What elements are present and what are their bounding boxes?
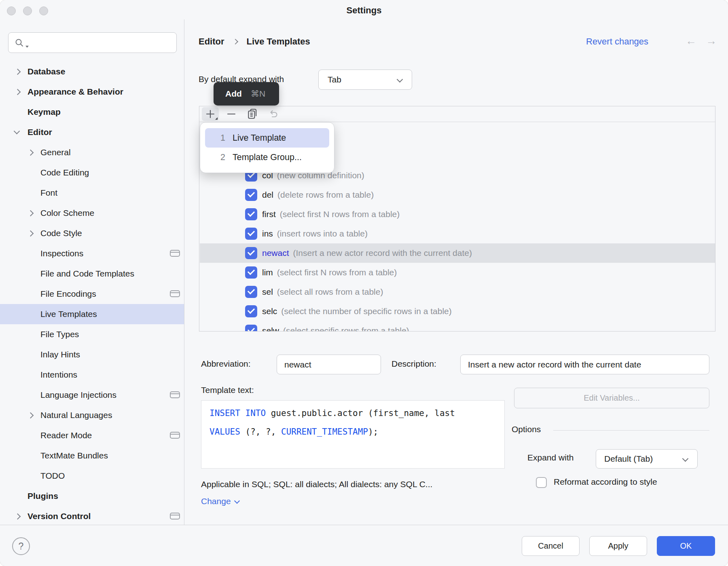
- options-separator: [553, 430, 709, 431]
- undo-icon: [268, 108, 279, 120]
- search-input[interactable]: [32, 34, 171, 51]
- sidebar-item-label: Version Control: [28, 506, 91, 526]
- minus-icon: [226, 109, 236, 119]
- search-options-caret-icon[interactable]: [25, 46, 29, 48]
- chevron-right-icon[interactable]: [28, 150, 34, 156]
- chevron-right-icon[interactable]: [28, 230, 34, 237]
- sidebar-item-font[interactable]: Font: [0, 183, 184, 203]
- template-description: (select specific rows from a table): [283, 326, 409, 332]
- menu-item-live-template[interactable]: 1 Live Template: [205, 128, 329, 148]
- template-name: sel: [262, 287, 273, 296]
- sidebar-item-todo[interactable]: TODO: [0, 466, 184, 486]
- chevron-down-icon[interactable]: [14, 128, 20, 135]
- checkbox-checked-icon[interactable]: [245, 286, 257, 298]
- per-project-settings-icon: [170, 250, 180, 257]
- expand-with-dropdown[interactable]: Default (Tab): [596, 449, 698, 469]
- forward-arrow-icon[interactable]: →: [706, 35, 717, 47]
- sidebar-item-database[interactable]: Database: [0, 61, 184, 82]
- chevron-down-icon: [234, 498, 239, 504]
- template-row-lim[interactable]: lim(select first N rows from a table): [200, 263, 715, 282]
- checkbox-checked-icon[interactable]: [245, 305, 257, 317]
- applicable-contexts-text: Applicable in SQL; SQL: all dialects; Al…: [201, 479, 432, 489]
- settings-search-field[interactable]: [8, 32, 177, 53]
- template-name: del: [262, 190, 273, 199]
- template-name: ins: [262, 229, 273, 238]
- chevron-right-icon[interactable]: [28, 210, 34, 217]
- code-line-2: VALUES (?, ?, CURRENT_TIMESTAMP);: [210, 422, 504, 441]
- ok-button[interactable]: OK: [657, 536, 715, 556]
- sidebar-item-code-editing[interactable]: Code Editing: [0, 163, 184, 183]
- checkbox-checked-icon[interactable]: [245, 325, 257, 332]
- restore-defaults-button[interactable]: [265, 107, 282, 121]
- sidebar-item-inlay-hints[interactable]: Inlay Hints: [0, 344, 184, 365]
- checkbox-checked-icon[interactable]: [245, 208, 257, 220]
- sidebar-item-file-types[interactable]: File Types: [0, 324, 184, 344]
- sidebar-item-version-control[interactable]: Version Control: [0, 506, 184, 526]
- sidebar-item-code-style[interactable]: Code Style: [0, 223, 184, 243]
- template-text-editor[interactable]: INSERT INTO guest.public.actor (first_na…: [201, 400, 505, 469]
- template-row-newact-selected[interactable]: newact(Insert a new actor record with th…: [200, 243, 715, 263]
- per-project-settings-icon: [170, 290, 180, 297]
- apply-button[interactable]: Apply: [589, 536, 647, 556]
- sidebar-item-label: Appearance & Behavior: [28, 82, 123, 102]
- plus-icon: [205, 109, 215, 119]
- sidebar-item-editor[interactable]: Editor: [0, 122, 184, 142]
- breadcrumb-chevron-icon: [233, 39, 238, 44]
- sidebar-item-color-scheme[interactable]: Color Scheme: [0, 203, 184, 223]
- chevron-right-icon[interactable]: [15, 89, 21, 95]
- chevron-right-icon[interactable]: [15, 69, 21, 75]
- sidebar-item-reader-mode[interactable]: Reader Mode: [0, 425, 184, 446]
- sidebar-item-language-injections[interactable]: Language Injections: [0, 385, 184, 405]
- sidebar-item-label: Database: [28, 61, 65, 82]
- sidebar-item-file-and-code-templates[interactable]: File and Code Templates: [0, 264, 184, 284]
- breadcrumb-editor[interactable]: Editor: [199, 36, 224, 46]
- template-name: lim: [262, 268, 273, 277]
- description-input[interactable]: [467, 356, 705, 373]
- help-button[interactable]: ?: [12, 537, 30, 555]
- sidebar-item-live-templates[interactable]: Live Templates: [0, 304, 184, 324]
- sidebar-item-intentions[interactable]: Intentions: [0, 365, 184, 385]
- template-row-del[interactable]: del(delete rows from a table): [200, 185, 715, 205]
- sidebar-item-label: Keymap: [28, 102, 61, 122]
- abbreviation-input[interactable]: [284, 356, 377, 373]
- per-project-settings-icon: [170, 432, 180, 439]
- template-row-sel[interactable]: sel(select all rows from a table): [200, 282, 715, 302]
- copy-icon: [247, 108, 258, 120]
- checkbox-checked-icon[interactable]: [245, 266, 257, 279]
- back-arrow-icon[interactable]: ←: [686, 35, 696, 47]
- remove-button[interactable]: [223, 107, 240, 121]
- template-row-selw[interactable]: selw(select specific rows from a table): [200, 321, 715, 332]
- sidebar-item-file-encodings[interactable]: File Encodings: [0, 284, 184, 304]
- sidebar-item-label: Reader Mode: [40, 425, 92, 446]
- menu-item-template-group[interactable]: 2 Template Group...: [205, 148, 329, 167]
- chevron-right-icon[interactable]: [15, 513, 21, 520]
- add-button[interactable]: [202, 107, 219, 121]
- template-row-first[interactable]: first(select first N rows from a table): [200, 205, 715, 224]
- template-row-selc[interactable]: selc(select the number of specific rows …: [200, 302, 715, 321]
- checkbox-checked-icon[interactable]: [245, 189, 257, 201]
- sidebar-item-keymap[interactable]: Keymap: [0, 102, 184, 122]
- default-expand-dropdown[interactable]: Tab: [318, 70, 412, 90]
- sidebar-item-plugins[interactable]: Plugins: [0, 486, 184, 506]
- sidebar-item-appearance-behavior[interactable]: Appearance & Behavior: [0, 82, 184, 102]
- chevron-right-icon[interactable]: [28, 412, 34, 419]
- reformat-checkbox[interactable]: [536, 477, 547, 488]
- sidebar-item-general[interactable]: General: [0, 142, 184, 163]
- template-row-ins[interactable]: ins(insert rows into a table): [200, 224, 715, 243]
- cancel-button[interactable]: Cancel: [522, 536, 580, 556]
- checkbox-checked-icon[interactable]: [245, 247, 257, 259]
- sidebar-item-inspections[interactable]: Inspections: [0, 243, 184, 264]
- checkbox-checked-icon[interactable]: [245, 228, 257, 240]
- duplicate-button[interactable]: [244, 107, 261, 121]
- sidebar-item-label: Live Templates: [40, 304, 97, 324]
- sidebar-item-natural-languages[interactable]: Natural Languages: [0, 405, 184, 425]
- footer-separator: [0, 525, 728, 525]
- template-text-label: Template text:: [201, 385, 254, 395]
- breadcrumb: Editor Live Templates: [199, 36, 310, 48]
- change-context-link[interactable]: Change: [201, 496, 239, 506]
- sidebar-item-textmate-bundles[interactable]: TextMate Bundles: [0, 446, 184, 466]
- revert-changes-link[interactable]: Revert changes: [586, 36, 648, 48]
- template-description: (insert rows into a table): [277, 229, 368, 238]
- chevron-down-icon: [397, 76, 403, 83]
- edit-variables-button[interactable]: Edit Variables...: [514, 388, 709, 408]
